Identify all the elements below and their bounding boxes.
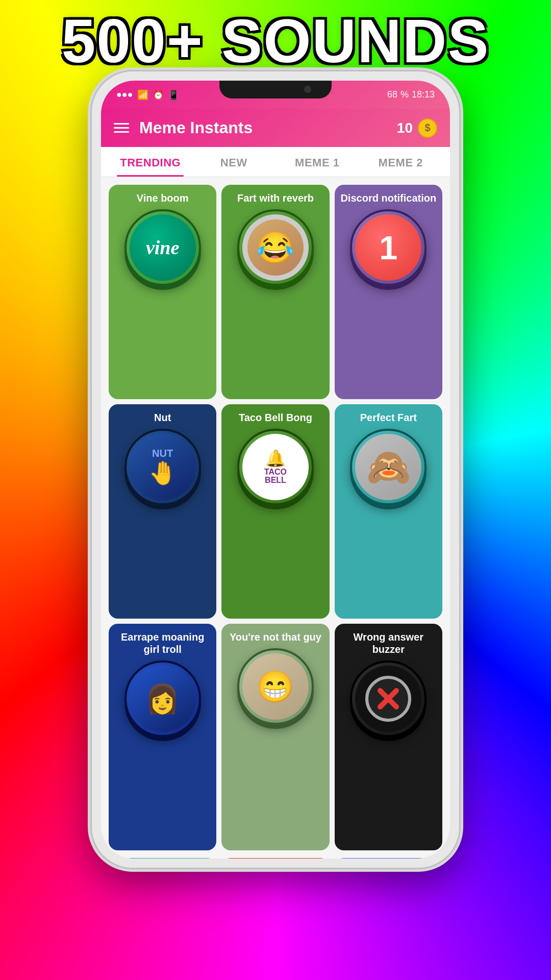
sound-card-perfect-fart[interactable]: Perfect Fart 🙈 [335, 404, 442, 619]
sound-card-vine-boom[interactable]: Vine boom vine [109, 185, 216, 399]
buzzer-inner [355, 666, 421, 732]
fart-reverb-button[interactable]: 😂 [237, 209, 314, 286]
taco-bell-button[interactable]: 🔔 TACO BELL [237, 429, 314, 505]
troll-face-icon: 😂 [247, 219, 304, 276]
camera-dot [304, 86, 311, 93]
notguy-inner: 😁 [242, 653, 309, 720]
earrape-label: Earrape moaning girl troll [109, 624, 216, 660]
phone-notch [219, 81, 332, 99]
vine-boom-button-area: vine [109, 209, 216, 293]
earrape-icon: 👩 [145, 682, 180, 716]
main-title: 500+ SOUNDS [0, 10, 551, 71]
clock-icon: ⏰ [153, 89, 164, 101]
sound-card-earrape[interactable]: Earrape moaning girl troll 👩 [109, 624, 216, 850]
perfect-fart-button[interactable]: 🙈 [350, 429, 427, 505]
battery-icon: % [400, 89, 409, 100]
discord-label: Discord notification [335, 185, 442, 209]
tab-new[interactable]: NEW [192, 147, 276, 177]
bottom-card-discord-call[interactable]: Discord call [335, 858, 442, 859]
fart-inner: 😂 [242, 214, 309, 281]
discord-button-area: 1 [335, 209, 442, 293]
wrong-answer-button[interactable] [350, 660, 427, 737]
vine-inner: vine [130, 214, 196, 281]
not-that-guy-button-area: 😁 [221, 648, 329, 732]
coin-icon: $ [418, 118, 437, 138]
nut-inner: NUT 🤚 [130, 434, 196, 500]
discord-button[interactable]: 1 [350, 209, 427, 286]
tab-trending[interactable]: TRENDING [109, 147, 192, 177]
hamburger-line-2 [114, 127, 129, 129]
time-display: 18:13 [412, 89, 435, 100]
not-that-guy-label: You're not that guy [221, 624, 329, 648]
taco-bell-label: Taco Bell Bong [221, 404, 329, 429]
status-right: 68 % 18:13 [387, 89, 435, 100]
x-mark [365, 676, 411, 722]
bottom-card-dummy[interactable]: D... [221, 858, 329, 859]
sound-card-not-that-guy[interactable]: You're not that guy 😁 [221, 624, 329, 850]
wrong-answer-button-area [335, 660, 442, 745]
status-left: ●●● 📶 ⏰ 📱 [116, 89, 179, 101]
perfect-fart-button-area: 🙈 [335, 429, 442, 513]
sound-grid: Vine boom vine Fart with reverb 😂 [101, 177, 450, 858]
sound-card-discord[interactable]: Discord notification 1 [335, 185, 442, 399]
tab-bar: TRENDING NEW MEME 1 MEME 2 [101, 147, 450, 177]
battery-percent: 68 [387, 89, 397, 100]
taco-bell-button-area: 🔔 TACO BELL [221, 429, 329, 513]
bluetooth-icon: 📱 [168, 89, 179, 101]
signal-icon: ●●● [116, 89, 133, 100]
bottom-card-censor-beep[interactable]: Censor Beep [109, 858, 216, 859]
hamburger-line-1 [114, 123, 129, 125]
tab-meme1[interactable]: MEME 1 [276, 147, 359, 177]
title-area: 500+ SOUNDS [0, 10, 551, 71]
app-header: Meme Instants 10 $ [101, 109, 450, 147]
bottom-row: Censor Beep D... Discord call [101, 858, 450, 859]
nut-text: NUT [152, 448, 173, 459]
menu-button[interactable] [114, 123, 129, 133]
wrong-answer-label: Wrong answer buzzer [335, 624, 442, 660]
hand-emoji: 🤚 [148, 459, 177, 486]
girl-emoji: 🙈 [366, 446, 411, 488]
earrape-button-area: 👩 [109, 660, 216, 745]
earrape-inner: 👩 [130, 666, 196, 732]
tab-meme2[interactable]: MEME 2 [359, 147, 443, 177]
notguy-icon: 😁 [256, 669, 294, 705]
nut-button[interactable]: NUT 🤚 [124, 429, 201, 505]
perfect-fart-label: Perfect Fart [335, 404, 442, 429]
sound-card-wrong-answer[interactable]: Wrong answer buzzer [335, 624, 442, 850]
sound-card-nut[interactable]: Nut NUT 🤚 [109, 404, 216, 619]
nut-label: Nut [109, 404, 216, 429]
fart-reverb-label: Fart with reverb [221, 185, 329, 209]
hamburger-line-3 [114, 131, 129, 133]
not-that-guy-button[interactable]: 😁 [237, 648, 314, 725]
header-left: Meme Instants [114, 118, 253, 137]
earrape-button[interactable]: 👩 [124, 660, 201, 737]
perfect-inner: 🙈 [355, 434, 421, 500]
sound-card-taco-bell[interactable]: Taco Bell Bong 🔔 TACO BELL [221, 404, 329, 619]
vine-boom-button[interactable]: vine [124, 209, 201, 286]
phone-frame: ●●● 📶 ⏰ 📱 68 % 18:13 Meme Instants [92, 71, 459, 868]
taco-logo: 🔔 TACO BELL [264, 450, 287, 484]
nut-button-area: NUT 🤚 [109, 429, 216, 513]
taco-inner: 🔔 TACO BELL [242, 434, 309, 500]
coin-count: 10 [397, 120, 413, 136]
wifi-icon: 📶 [137, 89, 148, 101]
phone-screen: ●●● 📶 ⏰ 📱 68 % 18:13 Meme Instants [101, 81, 450, 859]
vine-boom-label: Vine boom [109, 185, 216, 209]
app-title: Meme Instants [139, 118, 253, 137]
fart-reverb-button-area: 😂 [221, 209, 329, 293]
header-right: 10 $ [397, 118, 437, 138]
sound-card-fart-reverb[interactable]: Fart with reverb 😂 [221, 185, 329, 399]
discord-inner: 1 [355, 214, 421, 281]
